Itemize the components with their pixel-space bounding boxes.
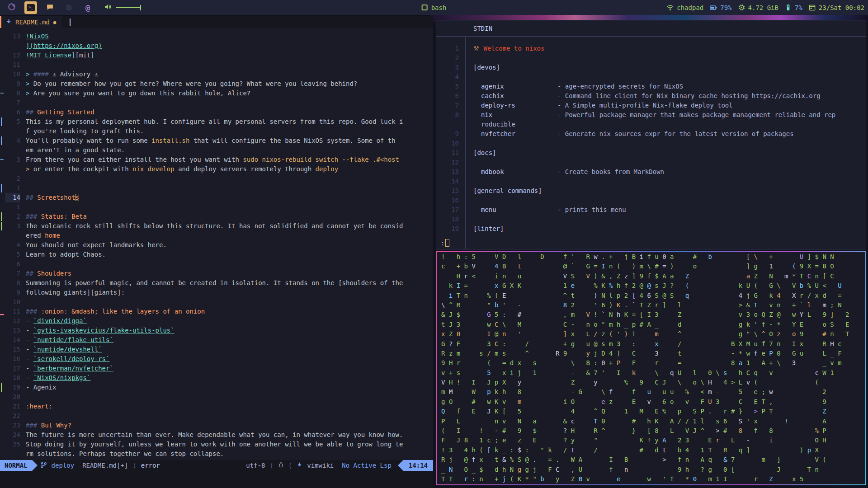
editor-line[interactable]: 4You'll probably want to run some instal…: [0, 136, 433, 145]
editor-line[interactable]: 21:heart:: [0, 402, 433, 411]
pager-header: STDIN: [436, 20, 866, 37]
pager-content[interactable]: 1⚒Welcome to nixos23[devos]45agenix- age…: [436, 44, 866, 234]
editor-line[interactable]: 8Summoning is powerful magic, and cannot…: [0, 278, 433, 288]
line-text: Summoning is powerful magic, and cannot …: [26, 278, 403, 288]
workspace-terminal-icon[interactable]: >_: [24, 1, 37, 14]
line-text: - `numtide/flake-utils`: [26, 335, 113, 345]
line-number: 9: [5, 288, 20, 297]
editor-line[interactable]: ered home: [0, 231, 433, 240]
editor-line[interactable]: 12!MIT License][mit]: [0, 51, 433, 60]
statusline-right: utf-8 ⟨ ⟨ vimwiki No Active Lsp 14:14: [246, 460, 433, 471]
editor-line[interactable]: 18- `NixOS/nixpkgs`: [0, 373, 433, 383]
editor-line[interactable]: 10: [0, 297, 433, 307]
workspace-firefox-icon[interactable]: [5, 1, 18, 14]
status-cpu[interactable]: 4.72 GiB: [738, 4, 778, 11]
line-number: 12: [5, 51, 20, 60]
editor-line[interactable]: 12- `divnix/digga`: [0, 316, 433, 326]
workspace-at-icon[interactable]: @: [81, 1, 94, 14]
editor-line[interactable]: 2### Status: Beta: [0, 212, 433, 221]
line-number: 21: [5, 402, 20, 411]
editor-line[interactable]: ~3From there you can either install the …: [0, 155, 433, 164]
pager-line-text: nix- Powerful package manager that makes…: [459, 110, 835, 120]
editor-line[interactable]: 3The volcanic rock still shifts below th…: [0, 221, 433, 231]
pager-line: 10: [436, 139, 866, 148]
status-wifi[interactable]: chadpad: [667, 4, 703, 11]
ram-icon: [785, 4, 792, 11]
workspace-chat-icon[interactable]: [43, 1, 56, 14]
workspace-gear-icon[interactable]: ⚙: [62, 1, 75, 14]
tab-readme[interactable]: README.md ●: [0, 16, 62, 28]
matrix-row: ( I ! - # 9 $ ? H R ^ } [ 8 L V J ^ > # …: [437, 426, 865, 436]
firefox-icon: [8, 3, 16, 12]
gutter-sign: [0, 41, 5, 51]
editor-line[interactable]: 10> #### ⚠ Advisory ⚠: [0, 70, 433, 79]
pager-line: 18: [436, 215, 866, 224]
gutter-sign: [0, 202, 5, 212]
editor-line[interactable]: 2: [0, 174, 433, 183]
editor-line[interactable]: 16- `serokell/deploy-rs`: [0, 354, 433, 364]
editor-line[interactable]: ~8> Are you sure you want to go down thi…: [0, 89, 433, 98]
editor-line[interactable]: 14- `numtide/flake-utils`: [0, 335, 433, 345]
status-ram[interactable]: 7%: [785, 4, 802, 11]
editor-buffer[interactable]: 13!NixOS](https://nixos.org)12!MIT Licen…: [0, 28, 433, 460]
editor-line[interactable]: 9following giants][giants]:: [0, 288, 433, 297]
status-battery[interactable]: 79%: [710, 4, 731, 11]
line-text: ### :onion: &mdash; like the layers of a…: [26, 307, 205, 316]
editor-line[interactable]: 4You should not expect landmarks here.: [0, 240, 433, 250]
editor-line[interactable]: 11: [0, 60, 433, 70]
editor-line[interactable]: rm solutions. Perhaps together we can st…: [0, 449, 433, 459]
filetype-label: vimwiki: [307, 462, 334, 469]
editor-line[interactable]: ](https://nixos.org): [0, 41, 433, 51]
editor-line[interactable]: 17- `berberman/nvfetcher`: [0, 364, 433, 373]
editor-line[interactable]: ▁11### :onion: &mdash; like the layers o…: [0, 307, 433, 316]
pager-prompt[interactable]: :: [441, 239, 449, 247]
editor-line[interactable]: 13!NixOS: [0, 32, 433, 41]
editor-line[interactable]: em aren't in a good state.: [0, 145, 433, 155]
line-text: > Do you remember how you got here? Wher…: [26, 79, 357, 89]
wifi-icon: [667, 4, 674, 11]
editor-line[interactable]: 1: [0, 202, 433, 212]
pager-line-text: [459, 215, 473, 224]
pager-line: 9nvfetcher- Generate nix sources expr fo…: [436, 129, 866, 139]
pager-line-number: 18: [436, 215, 459, 224]
editor-line[interactable]: 19- Agenix: [0, 383, 433, 392]
window-title-label: bash: [431, 4, 447, 11]
editor-line[interactable]: 13- `gytis-ivaskevicius/flake-utils-plus…: [0, 326, 433, 335]
editor-line[interactable]: 23### But Why?: [0, 421, 433, 430]
pager-line-text: [459, 177, 473, 186]
line-text: > Are you sure you want to go down this …: [26, 89, 250, 98]
top-bar: >_⚙@ bash chadpad79%4.72 GiB7%23/Sat 00:…: [0, 0, 868, 15]
editor-line[interactable]: 14## Screetshots: [0, 193, 433, 202]
line-number: 10: [5, 70, 20, 79]
editor-cmdline[interactable]: [0, 471, 433, 488]
editor-line[interactable]: 6: [0, 259, 433, 269]
line-text: :heart:: [26, 402, 52, 411]
pager-line: 4: [436, 72, 866, 82]
pager-line-text: [docs]: [459, 148, 496, 158]
status-calendar[interactable]: 23/Sat 00:02: [809, 4, 864, 11]
pager-line: 3[devos]: [436, 63, 866, 72]
gutter-sign: [0, 127, 5, 136]
editor-line[interactable]: 24The future is more uncertain than ever…: [0, 430, 433, 440]
focused-window-title: bash: [422, 0, 447, 15]
editor-line[interactable]: f you're looking to graft this.: [0, 127, 433, 136]
editor-line[interactable]: 6## Getting Started: [0, 108, 433, 117]
pager-line: 12: [436, 158, 866, 167]
editor-line[interactable]: > or enter the cockpit with nix develop …: [0, 164, 433, 174]
editor-line[interactable]: 7## Shoulders: [0, 269, 433, 278]
editor-line[interactable]: 25Stop doing it by yourself, unless we l…: [0, 440, 433, 449]
matrix-terminal-window[interactable]: ! h : 5 V D l D f ' R w . + j B i f u 0 …: [436, 251, 866, 485]
volume-slider[interactable]: [116, 7, 141, 8]
editor-line[interactable]: 20: [0, 392, 433, 402]
editor-line[interactable]: 5Learn to adopt Chaos.: [0, 250, 433, 259]
editor-line[interactable]: 5This is my personal deployment hub. I c…: [0, 117, 433, 127]
editor-line[interactable]: 9> Do you remember how you got here? Whe…: [0, 79, 433, 89]
editor-line[interactable]: 7: [0, 98, 433, 108]
editor-line[interactable]: 1: [0, 183, 433, 193]
volume-control[interactable]: [104, 3, 141, 12]
editor-line[interactable]: 15- `numtide/devshell`: [0, 345, 433, 354]
matrix-row: 9 H r ( = d x s \ B : 0 + P F r = 8 a 1 …: [437, 358, 865, 368]
line-text: ## Screetshots: [26, 193, 79, 202]
line-text: > #### ⚠ Advisory ⚠: [26, 70, 98, 79]
editor-line[interactable]: 22: [0, 411, 433, 421]
